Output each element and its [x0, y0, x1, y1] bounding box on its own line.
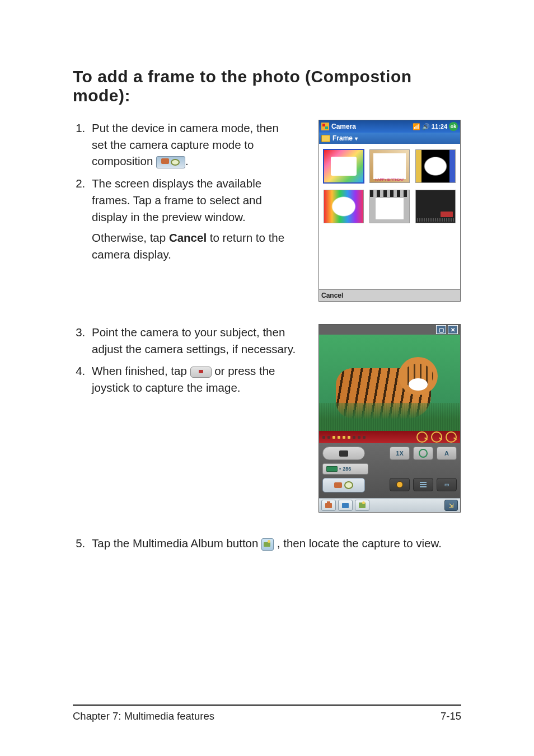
step-1: Put the device in camera mode, then set … [88, 120, 296, 170]
shutter-icon [190, 367, 212, 378]
exposure-dots [322, 436, 366, 439]
device1-titlebar: Camera 📶 🔊 11:24 ok [319, 120, 460, 133]
frame-thumb-6[interactable] [415, 190, 456, 223]
flash-button[interactable] [413, 447, 433, 460]
device1-bottombar: Cancel [319, 289, 460, 301]
multimedia-album-icon [261, 538, 274, 551]
step-5-text-b: , then locate the capture to view. [277, 537, 442, 550]
fx-icon: ▭ [444, 482, 449, 487]
step-4-text-a: When finished, tap [92, 364, 190, 377]
auto-button[interactable]: A [437, 447, 457, 460]
device-screenshot-camera: ▢ ✕ [318, 324, 461, 513]
frame-thumb-2[interactable]: HAPPY BIRTHDAY [369, 149, 410, 183]
timer-icon[interactable] [416, 431, 428, 443]
frame-thumb-1[interactable] [324, 149, 364, 183]
device-screenshot-frames: Camera 📶 🔊 11:24 ok Frame ▾ H [318, 120, 461, 302]
effects-button[interactable]: ▭ [437, 478, 457, 491]
whitebalance-button[interactable] [390, 478, 410, 491]
device1-title: Camera [331, 123, 356, 130]
signal-icon: 📶 [413, 123, 420, 130]
preview-foreground [319, 403, 460, 431]
timer-icon[interactable] [431, 431, 442, 443]
step-5-text-a: Tap the Multimedia Album button [92, 537, 261, 550]
folder-icon [321, 135, 330, 142]
zoom-button[interactable]: 1X [390, 447, 410, 460]
cancel-word: Cancel [169, 231, 207, 244]
timer-icon[interactable] [446, 431, 457, 443]
frame-grid: HAPPY BIRTHDAY [319, 144, 460, 289]
exposure-bar [319, 431, 460, 443]
frame-thumb-4[interactable] [324, 190, 364, 223]
album-tab[interactable] [355, 500, 369, 511]
toolbar-frame-label: Frame [332, 134, 353, 142]
step-4: When finished, tap or press the joystick… [88, 363, 296, 396]
camera-icon [325, 503, 332, 508]
preview-subject-head [399, 357, 438, 395]
device1-time: 11:24 [432, 123, 447, 130]
camera-preview [319, 335, 460, 431]
self-timer-icons [416, 431, 457, 443]
remaining-counter: • 286 [322, 463, 368, 475]
speaker-icon: 🔊 [422, 123, 430, 130]
step-1-text-b: . [185, 154, 189, 167]
video-icon [342, 503, 349, 508]
capture-mode-button[interactable] [322, 478, 365, 492]
footer-chapter: Chapter 7: Multimedia features [73, 710, 214, 722]
sun-icon [397, 482, 402, 487]
section-title: To add a frame to the photo (Compostion … [73, 67, 461, 105]
cancel-button[interactable]: Cancel [321, 292, 343, 299]
page-footer: Chapter 7: Multimedia features 7-15 [73, 705, 461, 722]
step-2: The screen displays the available frames… [88, 175, 296, 263]
device1-toolbar[interactable]: Frame ▾ [319, 133, 460, 144]
close-button[interactable]: ✕ [448, 325, 458, 334]
frame-thumb-5[interactable] [369, 190, 410, 223]
storage-icon [326, 466, 338, 472]
ok-button[interactable]: ok [449, 122, 458, 131]
remaining-value: 286 [343, 466, 351, 472]
step-3-text: Point the camera to your subject, then a… [92, 326, 296, 355]
flash-icon [419, 449, 428, 458]
exit-button[interactable]: ⇲ [444, 500, 458, 511]
step-3: Point the camera to your subject, then a… [88, 324, 296, 357]
device2-window-controls: ▢ ✕ [319, 325, 460, 335]
step-2-note-a: Otherwise, tap [92, 231, 169, 244]
camera-tab[interactable] [321, 500, 336, 511]
dropdown-icon: ▾ [355, 135, 358, 142]
step-5: Tap the Multimedia Album button , then l… [88, 535, 461, 552]
frame2-caption: HAPPY BIRTHDAY [370, 178, 409, 181]
start-flag-icon [321, 123, 329, 130]
grid-icon [420, 482, 427, 487]
step-2-text: The screen displays the available frames… [92, 177, 262, 223]
camera-controls: 1X A • 286 [319, 443, 460, 498]
capture-mode-icon [334, 482, 342, 488]
minimize-button[interactable]: ▢ [436, 325, 446, 334]
album-icon [359, 503, 366, 508]
shutter-button[interactable] [322, 447, 365, 460]
video-tab[interactable] [338, 500, 353, 511]
footer-page: 7-15 [441, 710, 461, 722]
frame-thumb-3[interactable] [415, 149, 456, 183]
composition-mode-icon [156, 156, 185, 168]
device2-bottombar: ⇲ [319, 498, 460, 512]
resolution-button[interactable] [413, 478, 433, 491]
capture-mode-icon [344, 481, 353, 489]
